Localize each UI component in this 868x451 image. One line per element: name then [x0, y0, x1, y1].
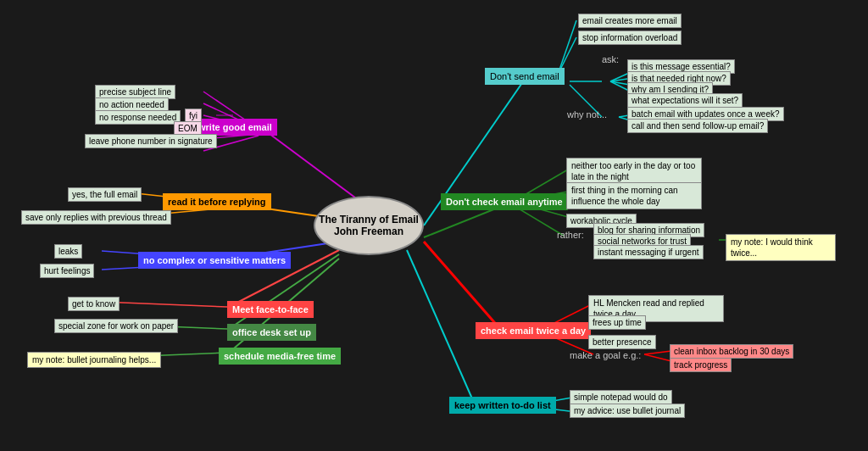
- bullet-journal-note: my note: bullet journaling helps...: [27, 352, 161, 368]
- no-response-needed: no response needed: [95, 110, 181, 125]
- svg-line-1: [263, 129, 369, 208]
- first-thing-morning: first thing in the morning can influence…: [566, 182, 702, 209]
- written-todo-label: keep written to-do list: [449, 397, 556, 414]
- leave-phone: leave phone number in signature: [85, 134, 217, 148]
- office-desk-label: office desk set up: [227, 324, 316, 341]
- meet-face-label: Meet face-to-face: [227, 301, 314, 318]
- clean-inbox: clean inbox backlog in 30 days: [670, 344, 793, 359]
- frees-up-time: frees up time: [588, 315, 646, 330]
- get-to-know: get to know: [68, 297, 120, 311]
- check-twice-label: check email twice a day: [476, 322, 591, 339]
- use-bullet-journal: my advice: use bullet journal: [570, 404, 685, 418]
- read-before-label: read it before replying: [163, 193, 271, 210]
- rather-instant: instant messaging if urgent: [593, 245, 704, 259]
- dont-check-label: Don't check email anytime: [441, 193, 568, 210]
- better-presence: better presence: [588, 335, 656, 349]
- hurt-feelings-node: hurt feelings: [40, 264, 94, 278]
- ask-label: ask:: [602, 53, 619, 65]
- save-replies: save only replies with previous thread: [21, 210, 171, 225]
- svg-line-9: [407, 250, 475, 404]
- svg-line-8: [424, 242, 500, 329]
- why-not-item2: call and then send follow-up email?: [627, 119, 768, 133]
- svg-line-45: [102, 302, 227, 307]
- schedule-label: schedule media-free time: [219, 348, 341, 365]
- special-zone: special zone for work on paper: [54, 319, 178, 333]
- why-not-label: why not...: [567, 109, 607, 120]
- make-goal-label: make a goal e.g.:: [570, 349, 641, 361]
- leaks-node: leaks: [54, 244, 82, 259]
- center-node: The Tiranny of Email John Freeman: [314, 196, 424, 255]
- simple-notepad: simple notepad would do: [570, 390, 672, 404]
- ask-item4: what expectations will it set?: [627, 93, 743, 108]
- no-complex-label: no complex or sensitive matters: [138, 252, 291, 269]
- my-note-twice: my note: I would think twice...: [726, 234, 836, 261]
- email-creates-node: email creates more email: [578, 14, 682, 28]
- yes-full-email: yes, the full email: [68, 187, 142, 202]
- track-progress: track progress: [670, 358, 732, 372]
- dont-send-label: Don't send email: [485, 68, 565, 85]
- svg-line-10: [558, 20, 576, 75]
- stop-info-node: stop information overload: [578, 31, 682, 45]
- rather-label: rather:: [557, 229, 584, 241]
- not-too-early: neither too early in the day or too late…: [566, 158, 702, 185]
